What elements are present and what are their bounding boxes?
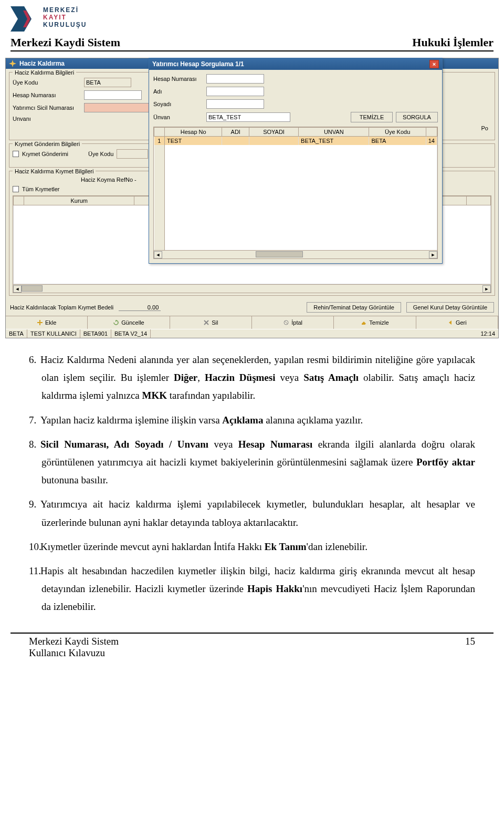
sil-button[interactable]: Sil <box>170 316 252 329</box>
overlay-hscroll[interactable]: ◄ ► <box>154 250 437 258</box>
status-time: 12:14 <box>477 329 498 338</box>
tum-kiymetler-label: Tüm Kıymetler <box>22 186 60 192</box>
list-item: 10.Kıymetler üzerinde mevcut ayni haklar… <box>29 538 475 556</box>
refresh-icon <box>113 319 119 326</box>
scroll-right-icon[interactable]: ► <box>482 285 491 293</box>
temizle-button[interactable]: TEMİZLE <box>351 112 393 122</box>
iptal-button[interactable]: İptal <box>252 316 334 329</box>
overlay-title-text: Yatırımcı Hesap Sorgulama 1/1 <box>152 60 244 68</box>
tum-kiymetler-checkbox[interactable] <box>13 186 19 192</box>
ov-adi-label: Adı <box>153 88 203 95</box>
col-kurum: Kurum <box>24 196 134 205</box>
header-title-left: Merkezi Kaydi Sistem <box>10 36 120 49</box>
cell-soyadi <box>249 137 299 146</box>
fieldset-legend: Haciz Kaldırma Kıymet Bilgileri <box>13 168 96 174</box>
rehin-detay-button[interactable]: Rehin/Teminat Detay Görüntüle <box>307 302 401 313</box>
footer-left-2: Kullanıcı Kılavuzu <box>29 647 119 659</box>
sorgula-button[interactable]: SORGULA <box>396 112 438 122</box>
temizle-button[interactable]: Temizle <box>334 316 416 329</box>
status-cell: BETA901 <box>80 329 111 338</box>
list-item: 6.Haciz Kaldırma Nedeni alanında yer ala… <box>29 351 475 405</box>
cell-hesap: TEST <box>165 137 222 146</box>
footer-left-1: Merkezi Kaydi Sistem <box>29 636 119 647</box>
page-header: MERKEZİ KAYIT KURULUŞU Merkezi Kaydi Sis… <box>0 0 504 54</box>
logo-line: KURULUŞU <box>43 21 87 28</box>
page-footer: Merkezi Kaydi Sistem Kullanıcı Kılavuzu … <box>0 634 504 669</box>
col-adi: ADI <box>222 128 249 137</box>
ov-adi-input[interactable] <box>206 87 264 96</box>
haciz-refno-label: Haciz Koyma RefNo - <box>81 177 136 183</box>
uye-kodu-label: Üye Kodu <box>13 79 81 86</box>
fieldset-legend: Kıymet Gönderim Bilgileri <box>13 141 82 147</box>
main-window: Haciz Kaldırma Haciz Kaldırma Bilgileri … <box>5 58 499 338</box>
scroll-left-icon[interactable]: ◄ <box>154 251 162 258</box>
overlay-window: Yatırımcı Hesap Sorgulama 1/1 × Hesap Nu… <box>149 58 443 264</box>
logo-text: MERKEZİ KAYIT KURULUŞU <box>43 6 87 28</box>
svg-rect-1 <box>37 322 43 323</box>
po-label: Po <box>481 125 488 131</box>
ov-hesap-input[interactable] <box>206 74 264 84</box>
ov-soyadi-label: Soyadı <box>153 101 203 107</box>
scroll-right-icon[interactable]: ► <box>429 251 437 258</box>
guncelle-button[interactable]: Güncelle <box>88 316 170 329</box>
geri-button[interactable]: Geri <box>416 316 498 329</box>
back-icon <box>447 319 454 326</box>
ekle-button[interactable]: Ekle <box>6 316 88 329</box>
list-item: 9.Yatırımcıya ait haciz kaldırma işlemi … <box>29 495 475 531</box>
col-uyekodu: Üye Kodu <box>369 128 426 137</box>
page-number: 15 <box>465 636 475 659</box>
uye-kodu-label-2: Üye Kodu <box>88 151 113 157</box>
cell-unvan: BETA_TEST <box>299 137 369 146</box>
col-unvan: UNVAN <box>299 128 369 137</box>
scroll-left-icon[interactable]: ◄ <box>13 285 22 293</box>
delete-icon <box>203 319 209 326</box>
grid-hscroll[interactable]: ◄ ► <box>13 284 491 293</box>
statusbar: BETA TEST KULLANICI BETA901 BETA V2_14 1… <box>6 329 498 338</box>
kiymet-gonderimi-label: Kıymet Gönderimi <box>22 151 80 157</box>
list-item: 8.Sicil Numarası, Adı Soyadı / Unvanı ve… <box>29 436 475 490</box>
main-window-title: Haciz Kaldırma <box>19 60 65 67</box>
sicil-label: Yatırımcı Sicil Numarası <box>13 105 81 111</box>
cell-extra: 14 <box>426 137 437 146</box>
ov-soyadi-input[interactable] <box>206 99 264 109</box>
status-cell: BETA <box>6 329 27 338</box>
total-value: 0.00 <box>119 304 161 311</box>
cell-uye: BETA <box>369 137 426 146</box>
genel-kurul-button[interactable]: Genel Kurul Detay Görüntüle <box>406 302 494 313</box>
header-title-right: Hukuki İşlemler <box>412 36 494 49</box>
clear-icon <box>361 319 367 326</box>
hesap-no-label: Hesap Numarası <box>13 92 81 98</box>
row-num: 1 <box>154 137 165 146</box>
body-text: 6.Haciz Kaldırma Nedeni alanında yer ala… <box>0 338 504 633</box>
uye-kodu-input-2 <box>117 149 148 159</box>
hesap-no-input[interactable] <box>84 90 142 100</box>
toolbar: Ekle Güncelle Sil İptal Temizle Geri <box>6 316 498 329</box>
ov-unvan-input[interactable] <box>206 112 290 122</box>
list-item: 7.Yapılan haciz kaldırma işlemine ilişki… <box>29 411 475 429</box>
screenshot-wrapper: Haciz Kaldırma Haciz Kaldırma Bilgileri … <box>0 54 504 338</box>
fieldset-legend: Haciz Kaldırma Bilgileri <box>13 69 76 76</box>
table-row[interactable]: 1 TEST BETA_TEST BETA 14 <box>154 137 437 146</box>
total-label: Haciz Kaldırılacak Toplam Kıymet Bedeli <box>10 304 113 310</box>
status-cell: TEST KULLANICI <box>27 329 80 338</box>
total-row: Haciz Kaldırılacak Toplam Kıymet Bedeli … <box>6 299 498 316</box>
kiymet-gonderimi-checkbox[interactable] <box>13 151 19 157</box>
spark-icon <box>9 60 16 67</box>
unvan-label: Unvanı <box>13 116 81 122</box>
uye-kodu-input <box>84 78 131 87</box>
sicil-input[interactable] <box>84 103 152 112</box>
ov-hesap-label: Hesap Numarası <box>153 76 203 82</box>
close-icon[interactable]: × <box>429 60 439 68</box>
col-hesapno: Hesap No <box>165 128 222 137</box>
ov-unvan-label: Ünvan <box>153 114 203 120</box>
cell-adi <box>222 137 249 146</box>
add-icon <box>37 319 43 326</box>
cancel-icon <box>283 319 289 326</box>
logo-line: KAYIT <box>43 14 87 21</box>
result-grid: Hesap No ADI SOYADI UNVAN Üye Kodu 1 TES… <box>153 127 438 259</box>
overlay-titlebar: Yatırımcı Hesap Sorgulama 1/1 × <box>149 58 442 70</box>
status-cell: BETA V2_14 <box>111 329 151 338</box>
list-item: 11.Hapis alt hesabından haczedilen kıyme… <box>29 562 475 616</box>
logo-line: MERKEZİ <box>43 6 87 14</box>
logo-icon <box>10 6 39 32</box>
